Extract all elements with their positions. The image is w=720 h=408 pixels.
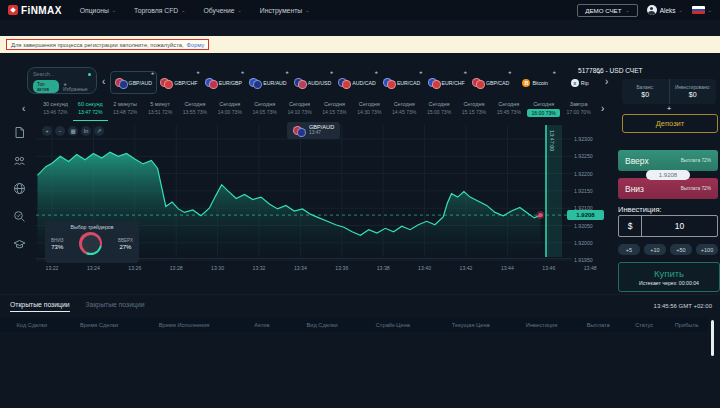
timeframe-option[interactable]: Сегодня14:05 73% — [247, 99, 282, 121]
favorite-star-icon[interactable]: ★ — [285, 70, 289, 75]
price-axis-label: 1.92050 — [574, 223, 593, 229]
zoom-in-icon[interactable]: + — [42, 126, 52, 136]
pair-name: Rip — [581, 80, 589, 86]
call-up-button[interactable]: Вверх Выплата 72% — [618, 150, 718, 171]
pair-name: GBP/CHF — [174, 80, 197, 86]
news-icon[interactable] — [13, 126, 26, 139]
timeframe-duration: Сегодня — [178, 101, 213, 107]
time-axis-label: 13:28 — [164, 265, 188, 271]
quick-amount-button[interactable]: +50 — [670, 244, 692, 255]
quick-amount-button[interactable]: +5 — [618, 244, 640, 255]
timeframe-option[interactable]: 2 минуты13:48 72% — [108, 99, 143, 121]
vertical-scrollbar[interactable] — [711, 320, 714, 356]
chart-type-icon[interactable]: ▦ — [68, 126, 78, 136]
pairs-scroll-right[interactable]: › — [605, 77, 608, 87]
buy-button[interactable]: Купить Истекает через: 00:00:04 — [618, 262, 720, 292]
positions-tab[interactable]: Закрытые позиции — [86, 301, 145, 312]
favorite-star-icon[interactable]: ★ — [150, 71, 154, 76]
favorite-star-icon[interactable]: ★ — [374, 70, 378, 75]
community-icon[interactable] — [13, 154, 26, 167]
quick-amount-button[interactable]: +100 — [696, 244, 718, 255]
put-down-button[interactable]: Вниз Выплата 72% — [618, 178, 718, 199]
pair-name: AUD/CAD — [352, 80, 375, 86]
asset-pair-rip[interactable]: xRip★ — [557, 71, 602, 94]
expand-icon[interactable]: ↗ — [94, 126, 104, 136]
timeframe-option[interactable]: Сегодня15:00 73% — [422, 99, 457, 121]
timeframe-scroll-right[interactable]: › — [601, 104, 604, 114]
timeframe-duration: Сегодня — [317, 101, 352, 107]
nav-menu-item[interactable]: Обучение⌄ — [203, 7, 241, 14]
positions-tab[interactable]: Открытые позиции — [10, 301, 70, 312]
pair-name: EUR/CHF — [442, 80, 465, 86]
pairs-scroll-left[interactable]: ‹ — [102, 77, 105, 87]
asset-pair-gbpaud[interactable]: GBP/AUD★ — [110, 71, 157, 94]
search-input[interactable]: Search... — [33, 71, 55, 77]
favorite-star-icon[interactable]: ★ — [196, 70, 200, 75]
favorite-star-icon[interactable]: ★ — [552, 70, 556, 75]
timeframe-expiry: 16:00 73% — [527, 109, 560, 117]
language-selector[interactable]: ⌄ — [692, 6, 712, 14]
coin-icon: B — [522, 79, 530, 87]
timeframe-option[interactable]: Сегодня14:15 73% — [317, 99, 352, 121]
pair-name: AUD/USD — [308, 80, 331, 86]
timeframe-option[interactable]: Завтра17:00 70% — [561, 99, 596, 121]
price-axis-label: 1.92000 — [574, 240, 593, 246]
favorite-star-icon[interactable]: ★ — [419, 70, 423, 75]
indicators-icon[interactable]: In — [81, 126, 91, 136]
asset-pair-eurcad[interactable]: EUR/CAD★ — [379, 71, 424, 94]
timeframe-option[interactable]: Сегодня15:15 73% — [457, 99, 492, 121]
account-number[interactable]: 5177866 - USD СЧЕТ — [578, 67, 643, 74]
brand-logo[interactable]: FiNMAX — [8, 5, 62, 16]
asset-pair-gbpcad[interactable]: GBP/CAD★ — [468, 71, 513, 94]
positions-column-header: Выплата — [573, 322, 623, 328]
pair-flags-icon — [294, 78, 306, 88]
asset-pair-eurchf[interactable]: EUR/CHF★ — [424, 71, 469, 94]
timeframe-duration: 60 секунд — [73, 101, 108, 107]
demo-account-button[interactable]: ДЕМО СЧЕТ ⌄ — [577, 4, 638, 17]
timeframe-option[interactable]: Сегодня13:55 73% — [178, 99, 213, 121]
timeframe-option[interactable]: Сегодня15:45 73% — [491, 99, 526, 121]
asset-pair-eurgbp[interactable]: EUR/GBP★ — [201, 71, 246, 94]
timeframe-duration: Сегодня — [422, 101, 457, 107]
asset-pair-audcad[interactable]: AUD/CAD★ — [335, 71, 380, 94]
analysis-icon[interactable] — [13, 210, 26, 223]
timeframe-option[interactable]: 30 секунд13:46 72% — [38, 99, 73, 121]
timeframe-option[interactable]: 5 минут13:51 72% — [143, 99, 178, 121]
quick-amount-button[interactable]: +10 — [644, 244, 666, 255]
deposit-button[interactable]: Депозит — [622, 114, 718, 133]
favorite-star-icon[interactable]: ★ — [330, 70, 334, 75]
timeframe-option[interactable]: Сегодня16:00 73% — [526, 99, 561, 121]
timeframe-option[interactable]: Сегодня14:00 73% — [212, 99, 247, 121]
zoom-out-icon[interactable]: − — [55, 126, 65, 136]
avatar — [647, 5, 657, 15]
timeframe-option[interactable]: Сегодня14:45 73% — [387, 99, 422, 121]
timeframe-scroll-left[interactable]: ‹ — [22, 104, 25, 114]
timeframe-option[interactable]: 60 секунд13:47 72% — [73, 99, 108, 121]
notice-form-link[interactable]: Форму — [187, 42, 205, 48]
favorites-toggle[interactable]: ★ Избранные — [61, 80, 91, 93]
top-assets-toggle[interactable]: Топ актив — [33, 80, 59, 93]
timeframe-option[interactable]: Сегодня14:10 73% — [282, 99, 317, 121]
asset-pair-audusd[interactable]: AUD/USD★ — [290, 71, 335, 94]
asset-pair-gbpchf[interactable]: GBP/CHF★ — [157, 71, 202, 94]
asset-pair-bitcoin[interactable]: BBitcoin★ — [513, 71, 558, 94]
asset-pair-euraud[interactable]: EUR/AUD★ — [246, 71, 291, 94]
add-funds-button[interactable]: + — [622, 104, 716, 113]
favorite-star-icon[interactable]: ★ — [508, 70, 512, 75]
favorite-star-icon[interactable]: ★ — [463, 70, 467, 75]
nav-menu-item[interactable]: Опционы⌄ — [80, 7, 116, 14]
favorite-star-icon[interactable]: ★ — [241, 70, 245, 75]
timeframe-duration: Сегодня — [212, 101, 247, 107]
timeframe-expiry: 14:45 73% — [387, 109, 422, 115]
timeframe-option[interactable]: Сегодня14:30 73% — [352, 99, 387, 121]
web-icon[interactable] — [13, 182, 26, 195]
nav-menu-item[interactable]: Торговля CFD⌄ — [134, 7, 185, 14]
positions-tabs: Открытые позицииЗакрытые позиции — [10, 301, 144, 312]
education-icon[interactable] — [13, 238, 26, 251]
nav-menu-item[interactable]: Инструменты⌄ — [260, 7, 310, 14]
user-menu[interactable]: Aleks ⌄ — [647, 5, 683, 15]
investment-input-group: $ 10 — [618, 215, 718, 237]
amount-input[interactable]: 10 — [642, 216, 717, 236]
positions-column-header: Прибыль — [665, 322, 707, 328]
timeframe-duration: 2 минуты — [108, 101, 143, 107]
